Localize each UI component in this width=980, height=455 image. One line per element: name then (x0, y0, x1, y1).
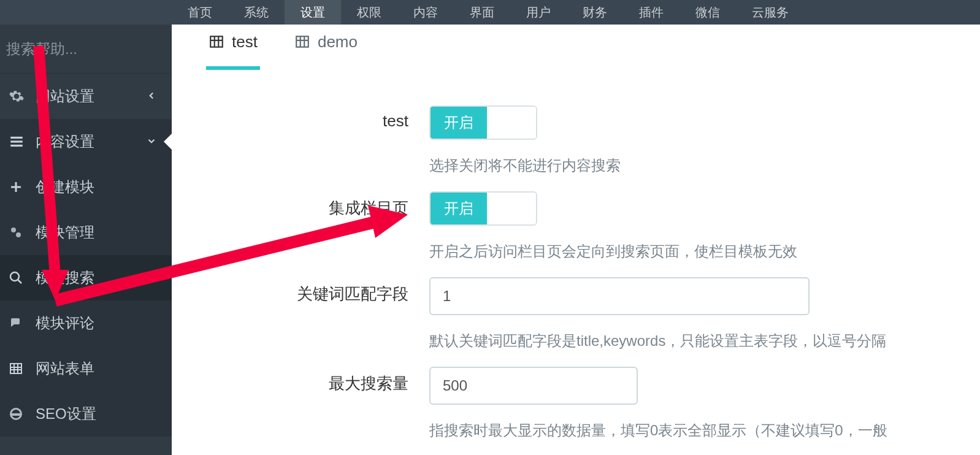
sidebar-sub-label: 模块评论 (36, 313, 94, 333)
toggle-test[interactable]: 开启 (429, 105, 537, 140)
toggle-off (487, 193, 536, 224)
row-label-keyword-fields: 关键词匹配字段 (209, 277, 429, 351)
gear-icon (9, 88, 25, 104)
chevron-down-icon (146, 133, 157, 150)
toggle-on-label: 开启 (431, 193, 487, 224)
comments-icon (9, 316, 23, 331)
sidebar-sub-module-search[interactable]: 模块搜索 (0, 255, 172, 300)
topnav-item-wechat[interactable]: 微信 (679, 0, 736, 25)
sidebar: 网站设置 内容设置 创建模块 模块管理 模块搜索 模块评论 网站表单 SEO设置 (0, 25, 172, 455)
topnav-item-system[interactable]: 系统 (228, 0, 285, 25)
topnav-item-plugin[interactable]: 插件 (623, 0, 679, 25)
toggle-on-label: 开启 (431, 107, 487, 139)
help-text: 默认关键词匹配字段是title,keywords，只能设置主表字段，以逗号分隔 (429, 331, 980, 351)
sidebar-item-label: 内容设置 (36, 132, 94, 151)
gears-icon (9, 225, 23, 240)
row-label-max-search: 最大搜索量 (209, 367, 429, 440)
sidebar-sub-seo[interactable]: SEO设置 (0, 391, 172, 437)
search-input[interactable] (6, 40, 189, 58)
sidebar-sub-label: 网站表单 (36, 359, 94, 378)
topnav-item-ui[interactable]: 界面 (454, 0, 510, 25)
ie-icon (9, 407, 23, 421)
chevron-left-icon (146, 88, 157, 105)
tab-test[interactable]: test (209, 32, 258, 64)
sidebar-item-content-settings[interactable]: 内容设置 (0, 119, 172, 164)
input-max-search[interactable] (429, 367, 638, 405)
input-keyword-fields[interactable] (429, 277, 810, 315)
menu-icon (9, 134, 25, 150)
sidebar-item-label: 网站设置 (36, 86, 94, 106)
help-text: 指搜索时最大显示的数据量，填写0表示全部显示（不建议填写0，一般 (429, 421, 980, 440)
svg-rect-16 (210, 36, 223, 47)
topnav-item-settings[interactable]: 设置 (285, 0, 341, 25)
svg-rect-20 (296, 36, 308, 47)
row-label-integrate-column: 集成栏目页 (209, 191, 429, 261)
topnav-item-home[interactable]: 首页 (172, 0, 228, 25)
sidebar-sub-label: 创建模块 (36, 177, 94, 197)
sidebar-sub-module-comment[interactable]: 模块评论 (0, 300, 172, 346)
top-nav: 首页 系统 设置 权限 内容 界面 用户 财务 插件 微信 云服务 (0, 0, 980, 25)
tab-label: test (232, 32, 258, 52)
content-area: test demo test 开启 选择关闭将不能进行内容搜索 集成栏目页 开启 (172, 25, 980, 455)
sidebar-sub-label: 模块搜索 (36, 268, 94, 288)
sidebar-sub-create-module[interactable]: 创建模块 (0, 164, 172, 210)
svg-point-8 (16, 232, 21, 237)
sidebar-sub-module-manage[interactable]: 模块管理 (0, 210, 172, 255)
topnav-item-content[interactable]: 内容 (397, 0, 454, 25)
svg-line-10 (18, 280, 22, 284)
table-icon (294, 34, 310, 50)
topnav-item-cloud[interactable]: 云服务 (736, 0, 805, 25)
plus-icon (9, 180, 23, 194)
topnav-item-user[interactable]: 用户 (510, 0, 567, 25)
help-text: 开启之后访问栏目页会定向到搜索页面，使栏目模板无效 (429, 242, 980, 261)
sidebar-sub-site-form[interactable]: 网站表单 (0, 346, 172, 391)
row-label-test: test (209, 105, 429, 175)
tab-demo[interactable]: demo (294, 32, 358, 64)
svg-point-7 (11, 228, 16, 232)
svg-rect-11 (10, 364, 21, 373)
sidebar-sub-label: SEO设置 (36, 404, 96, 424)
search-icon (9, 270, 23, 285)
table-icon (9, 361, 23, 376)
settings-form: test 开启 选择关闭将不能进行内容搜索 集成栏目页 开启 开启之后访问栏目页… (209, 105, 980, 440)
tab-label: demo (318, 32, 358, 52)
help-text: 选择关闭将不能进行内容搜索 (429, 156, 980, 175)
sidebar-search (0, 25, 172, 74)
toggle-off (487, 107, 536, 139)
sidebar-sub-label: 模块管理 (36, 223, 94, 242)
toggle-integrate-column[interactable]: 开启 (429, 191, 537, 226)
table-icon (209, 34, 224, 50)
svg-point-9 (10, 272, 19, 281)
sidebar-item-site-settings[interactable]: 网站设置 (0, 74, 172, 119)
topnav-item-finance[interactable]: 财务 (567, 0, 623, 25)
topnav-item-permission[interactable]: 权限 (341, 0, 397, 25)
tabs: test demo (209, 25, 980, 66)
